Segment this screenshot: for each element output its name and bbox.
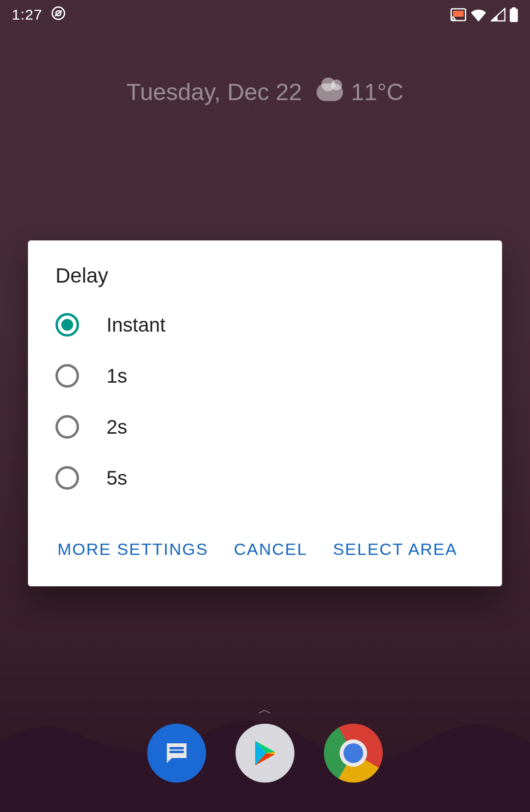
dialog-actions: MORE SETTINGS CANCEL SELECT AREA <box>28 518 502 586</box>
delay-dialog: Delay Instant 1s 2s 5s MORE SETTINGS CAN… <box>28 240 502 586</box>
radio-icon <box>55 466 79 490</box>
dialog-title: Delay <box>28 264 502 299</box>
delay-options: Instant 1s 2s 5s <box>28 299 502 518</box>
cancel-button[interactable]: CANCEL <box>224 532 317 567</box>
radio-icon <box>55 313 79 337</box>
option-label: 1s <box>106 365 127 387</box>
cell-signal-icon <box>491 8 505 22</box>
option-label: Instant <box>106 314 165 336</box>
option-5s[interactable]: 5s <box>28 452 502 503</box>
dock <box>0 724 530 783</box>
radio-icon <box>55 364 79 388</box>
status-bar: 1:27 <box>0 0 530 29</box>
cast-icon <box>450 8 466 22</box>
svg-rect-5 <box>512 7 516 9</box>
battery-icon <box>509 7 518 22</box>
temperature-label: 11°C <box>351 79 403 105</box>
more-settings-button[interactable]: MORE SETTINGS <box>48 532 218 567</box>
app-drawer-handle[interactable]: ︿ <box>258 700 272 719</box>
screenshot-app-icon <box>51 6 66 24</box>
date-label: Tuesday, Dec 22 <box>127 79 302 105</box>
option-label: 2s <box>106 416 127 438</box>
svg-rect-4 <box>510 9 518 22</box>
chrome-app-icon[interactable] <box>324 724 383 783</box>
play-store-app-icon[interactable] <box>236 724 294 783</box>
status-clock: 1:27 <box>12 6 42 23</box>
radio-icon <box>55 415 79 439</box>
option-2s[interactable]: 2s <box>28 401 502 452</box>
option-1s[interactable]: 1s <box>28 350 502 401</box>
svg-rect-3 <box>453 11 463 17</box>
cloud-icon <box>317 83 343 101</box>
date-weather-widget[interactable]: Tuesday, Dec 22 11°C <box>0 79 530 105</box>
option-instant[interactable]: Instant <box>28 299 502 350</box>
select-area-button[interactable]: SELECT AREA <box>323 532 467 567</box>
wifi-icon <box>470 8 487 22</box>
weather: 11°C <box>317 79 403 105</box>
option-label: 5s <box>106 467 127 489</box>
messages-app-icon[interactable] <box>147 724 206 783</box>
